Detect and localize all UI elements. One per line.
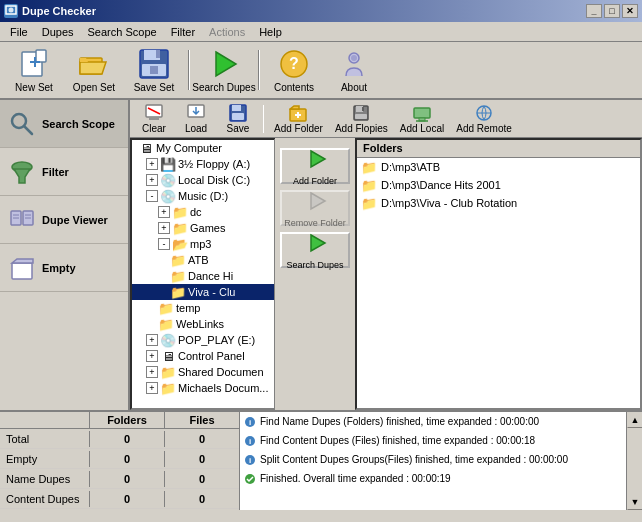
tree-item-label: Control Panel (178, 350, 245, 362)
expand-games[interactable]: + (158, 222, 170, 234)
status-header-folders: Folders (90, 412, 165, 428)
search-dupes-action-button[interactable]: Search Dupes (280, 232, 350, 268)
add-folder-action-label: Add Folder (293, 176, 337, 186)
expand-floppy[interactable]: + (146, 158, 158, 170)
maximize-button[interactable]: □ (604, 4, 620, 18)
toolbar-sep-2 (258, 50, 260, 90)
svg-rect-40 (355, 114, 367, 119)
expand-michaels[interactable]: + (146, 382, 158, 394)
status-row-empty-files: 0 (165, 451, 239, 467)
folder-list-item-viva[interactable]: 📁 D:\mp3\Viva - Club Rotation (357, 194, 640, 212)
expand-local-c[interactable]: + (146, 174, 158, 186)
folder-list-item-atb[interactable]: 📁 D:\mp3\ATB (357, 158, 640, 176)
folder-path-viva: D:\mp3\Viva - Club Rotation (381, 197, 517, 209)
tree-item-viva[interactable]: 📁 Viva - Clu (132, 284, 274, 300)
tree-item-dance-hi[interactable]: 📁 Dance Hi (132, 268, 274, 284)
search-dupes-action-label: Search Dupes (286, 260, 343, 270)
title-bar: Dupe Checker _ □ ✕ (0, 0, 642, 22)
status-header: Folders Files (0, 412, 239, 429)
about-button[interactable]: About (326, 46, 382, 94)
folder-temp-icon: 📁 (158, 300, 174, 316)
file-tree[interactable]: 🖥 My Computer + 💾 3½ Floppy (A:) + 💿 Loc… (130, 138, 275, 410)
menu-dupes[interactable]: Dupes (36, 24, 80, 40)
expand-dc[interactable]: + (158, 206, 170, 218)
add-flopies-button[interactable]: Add Flopies (330, 104, 393, 134)
svg-marker-47 (311, 193, 325, 209)
expand-mp3[interactable]: - (158, 238, 170, 250)
tree-item-floppy[interactable]: + 💾 3½ Floppy (A:) (132, 156, 274, 172)
tree-item-label: WebLinks (176, 318, 224, 330)
save-sub-label: Save (227, 123, 250, 134)
menu-bar: File Dupes Search Scope Filter Actions H… (0, 22, 642, 42)
minimize-button[interactable]: _ (586, 4, 602, 18)
log-scrollbar[interactable]: ▲ ▼ (626, 412, 642, 510)
folder-dc-icon: 📁 (172, 204, 188, 220)
contents-button[interactable]: ? Contents (266, 46, 322, 94)
status-row-name-dupes-files: 0 (165, 471, 239, 487)
toolbar-sep-1 (188, 50, 190, 90)
open-set-icon (78, 48, 110, 80)
sidebar-item-empty[interactable]: Empty (0, 244, 128, 292)
tree-item-popplay[interactable]: + 💿 POP_PLAY (E:) (132, 332, 274, 348)
middle-buttons: Add Folder Remove Folder (275, 138, 355, 410)
add-folder-label: Add Folder (274, 123, 323, 134)
status-row-name-dupes: Name Dupes 0 0 (0, 469, 239, 489)
folder-mp3-icon: 📂 (172, 236, 188, 252)
status-row-empty-label: Empty (0, 451, 90, 467)
tree-item-shared[interactable]: + 📁 Shared Documen (132, 364, 274, 380)
tree-item-local-c[interactable]: + 💿 Local Disk (C:) (132, 172, 274, 188)
folder-path-dance: D:\mp3\Dance Hits 2001 (381, 179, 501, 191)
add-folder-action-button[interactable]: Add Folder (280, 148, 350, 184)
add-local-button[interactable]: Add Local (395, 104, 449, 134)
tree-item-label: dc (190, 206, 202, 218)
expand-shared[interactable]: + (146, 366, 158, 378)
tree-item-my-computer[interactable]: 🖥 My Computer (132, 140, 274, 156)
close-button[interactable]: ✕ (622, 4, 638, 18)
add-flopies-icon (352, 104, 370, 122)
about-icon (338, 48, 370, 80)
tree-item-temp[interactable]: 📁 temp (132, 300, 274, 316)
sidebar-item-filter[interactable]: Filter (0, 148, 128, 196)
expand-control[interactable]: + (146, 350, 158, 362)
add-remote-button[interactable]: Add Remote (451, 104, 517, 134)
status-left: Folders Files Total 0 0 Empty 0 0 Name D… (0, 412, 240, 510)
sub-toolbar: Clear Load (130, 100, 642, 138)
remove-folder-action-button[interactable]: Remove Folder (280, 190, 350, 226)
folder-list-item-dance[interactable]: 📁 D:\mp3\Dance Hits 2001 (357, 176, 640, 194)
tree-item-games[interactable]: + 📁 Games (132, 220, 274, 236)
search-dupes-button[interactable]: Search Dupes (196, 46, 252, 94)
menu-filter[interactable]: Filter (165, 24, 201, 40)
add-folder-button[interactable]: Add Folder (269, 104, 328, 134)
save-sub-button[interactable]: Save (218, 104, 258, 134)
tree-item-atb[interactable]: 📁 ATB (132, 252, 274, 268)
menu-help[interactable]: Help (253, 24, 288, 40)
log-text-2: Split Content Dupes Groups(Files) finish… (260, 453, 568, 467)
new-set-button[interactable]: New Set (6, 46, 62, 94)
tree-item-mp3[interactable]: - 📂 mp3 (132, 236, 274, 252)
expand-music-d[interactable]: - (146, 190, 158, 202)
log-text-3: Finished. Overall time expanded : 00:00:… (260, 472, 451, 486)
svg-rect-3 (36, 50, 46, 62)
tree-item-weblinks[interactable]: 📁 WebLinks (132, 316, 274, 332)
load-button[interactable]: Load (176, 104, 216, 134)
tree-item-music-d[interactable]: - 💿 Music (D:) (132, 188, 274, 204)
clear-button[interactable]: Clear (134, 104, 174, 134)
menu-file[interactable]: File (4, 24, 34, 40)
scroll-down-button[interactable]: ▼ (627, 494, 642, 510)
status-row-total-label: Total (0, 431, 90, 447)
open-set-button[interactable]: Open Set (66, 46, 122, 94)
svg-text:i: i (249, 418, 251, 427)
sidebar-item-dupe-viewer[interactable]: Dupe Viewer (0, 196, 128, 244)
tree-item-control-panel[interactable]: + 🖥 Control Panel (132, 348, 274, 364)
tree-item-michaels[interactable]: + 📁 Michaels Docum... (132, 380, 274, 396)
sidebar-item-search-scope[interactable]: Search Scope (0, 100, 128, 148)
scroll-up-button[interactable]: ▲ (627, 412, 642, 428)
expand-popplay[interactable]: + (146, 334, 158, 346)
save-set-button[interactable]: Save Set (126, 46, 182, 94)
log-entry-3: Finished. Overall time expanded : 00:00:… (244, 471, 622, 490)
log-panel: i Find Name Dupes (Folders) finished, ti… (240, 412, 626, 510)
remove-folder-action-label: Remove Folder (284, 218, 346, 228)
tree-item-dc[interactable]: + 📁 dc (132, 204, 274, 220)
main-toolbar: New Set Open Set Save Set (0, 42, 642, 100)
menu-search-scope[interactable]: Search Scope (82, 24, 163, 40)
